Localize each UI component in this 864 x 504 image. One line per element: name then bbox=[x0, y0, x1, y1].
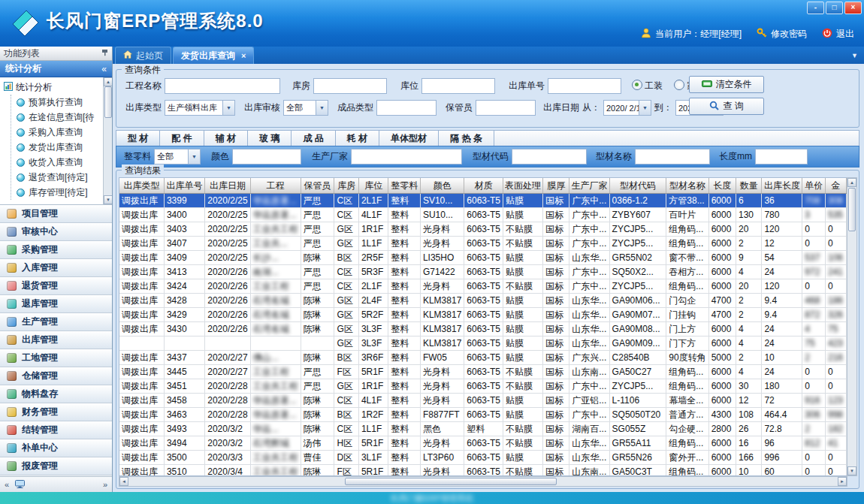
tree-scrollbar[interactable]: ▲ ▼ bbox=[103, 77, 112, 204]
scroll-down-icon[interactable]: ▼ bbox=[847, 466, 856, 475]
tab-list-caret-icon[interactable]: ▼ bbox=[851, 52, 858, 59]
collapse-left-icon[interactable]: « bbox=[5, 480, 9, 489]
tree-item[interactable]: 退货查询[待定] bbox=[11, 170, 103, 185]
whole-part-select[interactable]: 全部 ▼ bbox=[154, 149, 201, 164]
sidebar-accordion-item[interactable]: 仓储管理 bbox=[0, 367, 112, 385]
change-password-link[interactable]: 修改密码 bbox=[771, 28, 807, 41]
column-header[interactable]: 型材名称 bbox=[666, 178, 708, 194]
column-header[interactable]: 材质 bbox=[464, 178, 503, 194]
horizontal-scrollbar[interactable]: ◄ ► bbox=[119, 476, 847, 487]
table-row[interactable]: 调拨出库33992020/2/25华远原著...严思C区2L1F整料SV10..… bbox=[119, 194, 847, 208]
column-header[interactable]: 单价 bbox=[802, 178, 826, 194]
sidebar-accordion-item[interactable]: 退库管理 bbox=[0, 295, 112, 313]
column-header[interactable]: 出库单号 bbox=[164, 178, 204, 194]
material-tab[interactable]: 辅 材 bbox=[204, 131, 248, 146]
table-row[interactable]: 调拨出库34282020/2/26石湾名城陈琳G区2L4F整料KLM381760… bbox=[119, 294, 847, 308]
tab-start-page[interactable]: 起始页 bbox=[115, 47, 171, 64]
column-header[interactable]: 膜厚 bbox=[543, 178, 569, 194]
table-row[interactable]: 调拨出库34242020/2/26工业工程严思C区2L1F整料光身料6063-T… bbox=[119, 279, 847, 294]
profile-code-input[interactable] bbox=[512, 149, 587, 164]
sidebar-accordion-item[interactable]: 入库管理 bbox=[0, 259, 112, 277]
table-row[interactable]: G区3L3F整料KLM38176063-T5贴膜国标山东华...GA90M09.… bbox=[119, 337, 847, 351]
date-from-select[interactable]: 2020/ 2/16 ▼ bbox=[603, 100, 651, 116]
column-header[interactable]: 出库类型 bbox=[119, 178, 164, 194]
column-header[interactable]: 库位 bbox=[358, 178, 388, 194]
tree-item[interactable]: 库存管理[待定] bbox=[11, 185, 103, 200]
table-row[interactable]: 调拨出库34932020/3/2华远...陈琳C区1L1F整料黑色塑料不贴膜国标… bbox=[119, 422, 847, 436]
audit-select[interactable]: 全部 ▼ bbox=[283, 100, 328, 116]
table-row[interactable]: 调拨出库34002020/2/25华远原著...严思C区4L1F整料SU10..… bbox=[119, 208, 847, 222]
outbound-type-select[interactable]: 生产领料出库 ▼ bbox=[165, 100, 235, 116]
search-button[interactable]: 查 询 bbox=[689, 98, 764, 115]
tree-item[interactable]: 发货出库查询 bbox=[11, 140, 103, 155]
maximize-button[interactable]: □ bbox=[826, 2, 843, 14]
radio-work-install[interactable] bbox=[632, 80, 642, 90]
tree-item[interactable]: 在途信息查询[待 bbox=[11, 110, 103, 125]
material-tab[interactable]: 成 品 bbox=[292, 131, 335, 146]
table-row[interactable]: 调拨出库34582020/2/28华远原著...陈琳C区4L1F整料光身料606… bbox=[119, 394, 847, 408]
order-no-input[interactable] bbox=[548, 78, 621, 94]
sidebar-accordion-item[interactable]: 工地管理 bbox=[0, 349, 112, 367]
column-header[interactable]: 生产厂家 bbox=[569, 178, 609, 194]
clear-conditions-button[interactable]: 清空条件 bbox=[689, 76, 764, 93]
location-input[interactable] bbox=[421, 78, 495, 94]
sidebar-accordion-item[interactable]: 项目管理 bbox=[0, 205, 112, 223]
column-header[interactable]: 出库长度 bbox=[762, 178, 802, 194]
radio-home-install[interactable] bbox=[674, 80, 684, 90]
close-button[interactable]: × bbox=[844, 2, 862, 14]
scroll-right-icon[interactable]: ► bbox=[838, 477, 847, 486]
tree-item[interactable]: 收货入库查询 bbox=[11, 155, 103, 170]
column-header[interactable]: 库房 bbox=[334, 178, 359, 194]
column-header[interactable]: 型材代码 bbox=[609, 178, 666, 194]
sidebar-accordion-item[interactable]: 生产管理 bbox=[0, 313, 112, 331]
scrollbar-thumb[interactable] bbox=[345, 478, 557, 485]
scrollbar-thumb[interactable] bbox=[104, 86, 112, 118]
sidebar-accordion-item[interactable]: 出库管理 bbox=[0, 331, 112, 349]
table-row[interactable]: 调拨出库34132020/2/26南湖...严思C区5R3F整料G7142260… bbox=[119, 265, 847, 279]
table-row[interactable]: 调拨出库34302020/2/26石湾名城陈琳G区3L3F整料KLM381760… bbox=[119, 322, 847, 337]
material-tab[interactable]: 型 材 bbox=[116, 131, 160, 146]
column-header[interactable]: 颜色 bbox=[420, 178, 464, 194]
column-header[interactable]: 数量 bbox=[736, 178, 761, 194]
table-row[interactable]: 调拨出库34092020/2/25长沙...陈琳B区2R5F整料LI35HO60… bbox=[119, 251, 847, 265]
column-header[interactable]: 保管员 bbox=[301, 178, 334, 194]
sidebar-accordion-item[interactable]: 结转管理 bbox=[0, 421, 112, 439]
expand-right-icon[interactable]: » bbox=[103, 480, 107, 489]
sidebar-accordion-item[interactable]: 补单中心 bbox=[0, 439, 112, 457]
scroll-left-icon[interactable]: ◄ bbox=[119, 477, 128, 486]
tree-item[interactable]: 采购入库查询 bbox=[11, 125, 103, 140]
column-header[interactable]: 表面处理 bbox=[503, 178, 543, 194]
column-header[interactable]: 工程 bbox=[250, 178, 301, 194]
manufacturer-input[interactable] bbox=[351, 149, 462, 164]
length-input[interactable] bbox=[755, 149, 808, 164]
table-row[interactable]: 调拨出库34032020/2/25工业共工程严思G区1R1F整料光身料6063-… bbox=[119, 222, 847, 237]
material-tab[interactable]: 隔 热 条 bbox=[439, 131, 494, 146]
keeper-input[interactable] bbox=[476, 100, 536, 116]
table-row[interactable]: 调拨出库34452020/2/27工业工程严思F区5R1F整料光身料6063-T… bbox=[119, 365, 847, 379]
vertical-scrollbar[interactable]: ▲ ▼ bbox=[847, 177, 857, 476]
table-row[interactable]: 调拨出库34372020/2/27佛山...陈琳B区3R6F整料FW056063… bbox=[119, 351, 847, 365]
profile-name-input[interactable] bbox=[635, 149, 710, 164]
product-type-input[interactable] bbox=[376, 100, 437, 116]
table-row[interactable]: 调拨出库34632020/2/28华远原著...陈琳B区1R2F整料F8877F… bbox=[119, 408, 847, 422]
table-row[interactable]: 调拨出库34512020/2/28工业共工程严思G区1R1F整料光身料6063-… bbox=[119, 379, 847, 394]
warehouse-input[interactable] bbox=[313, 78, 387, 94]
tree-item[interactable]: 预算执行查询 bbox=[11, 95, 103, 110]
color-input[interactable] bbox=[232, 149, 301, 164]
material-tab[interactable]: 玻 璃 bbox=[248, 131, 292, 146]
table-row[interactable]: 调拨出库34072020/2/25工业共...严思G区1L1F整料光身料6063… bbox=[119, 237, 847, 251]
logout-link[interactable]: 退出 bbox=[836, 28, 854, 41]
close-icon[interactable]: × bbox=[241, 51, 246, 60]
collapse-icon[interactable]: « bbox=[101, 64, 107, 74]
computer-icon[interactable] bbox=[15, 480, 25, 490]
scrollbar-thumb[interactable] bbox=[848, 188, 856, 231]
material-tab[interactable]: 配 件 bbox=[160, 131, 204, 146]
sidebar-accordion-item[interactable]: 采购管理 bbox=[0, 241, 112, 259]
scroll-up-icon[interactable]: ▲ bbox=[847, 178, 856, 187]
sidebar-accordion-item[interactable]: 退货管理 bbox=[0, 277, 112, 295]
column-header[interactable]: 整零料 bbox=[388, 178, 421, 194]
minimize-button[interactable]: - bbox=[807, 2, 824, 14]
scroll-down-icon[interactable]: ▼ bbox=[104, 195, 112, 204]
table-row[interactable]: 调拨出库34942020/3/2石湾辉城汤伟H区5R1F整料光身料6063-T5… bbox=[119, 436, 847, 451]
sidebar-accordion-item[interactable]: 财务管理 bbox=[0, 403, 112, 421]
